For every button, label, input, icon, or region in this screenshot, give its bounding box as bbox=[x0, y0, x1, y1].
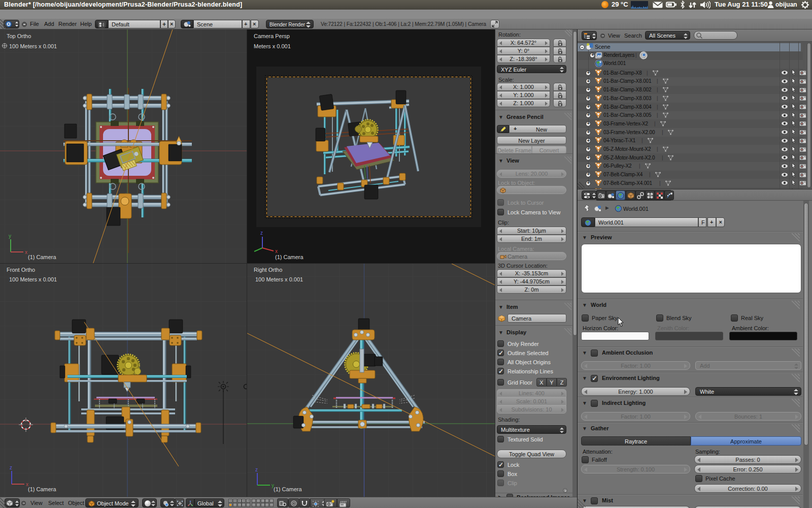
svg-text:Top Ortho: Top Ortho bbox=[7, 33, 31, 39]
svg-text:(1) Camera: (1) Camera bbox=[28, 486, 57, 492]
svg-text:z: z bbox=[260, 230, 263, 236]
svg-text:(1) Camera: (1) Camera bbox=[274, 486, 302, 492]
svg-text:x: x bbox=[275, 248, 278, 254]
svg-text:y: y bbox=[9, 233, 11, 239]
svg-text:(1) Camera: (1) Camera bbox=[28, 254, 57, 260]
svg-text:z: z bbox=[10, 465, 12, 470]
svg-text:100 Meters x 0.001: 100 Meters x 0.001 bbox=[9, 43, 57, 49]
svg-text:Front Ortho: Front Ortho bbox=[7, 267, 35, 273]
svg-text:Right Ortho: Right Ortho bbox=[254, 267, 282, 273]
svg-text:(1) Camera: (1) Camera bbox=[275, 254, 304, 260]
svg-text:Camera Persp: Camera Persp bbox=[254, 33, 290, 39]
svg-text:x: x bbox=[25, 249, 27, 255]
svg-text:Meters x 0.001: Meters x 0.001 bbox=[254, 43, 291, 49]
svg-text:100 Meters x 0.001: 100 Meters x 0.001 bbox=[255, 276, 303, 282]
svg-text:100 Meters x 0.001: 100 Meters x 0.001 bbox=[9, 276, 57, 282]
svg-text:z: z bbox=[255, 467, 258, 472]
